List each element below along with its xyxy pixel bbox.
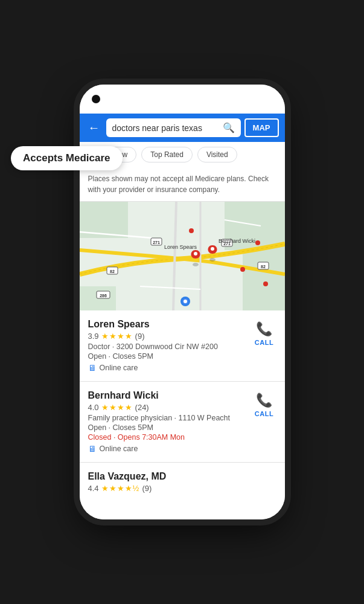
review-count: (9) [142,484,152,493]
monitor-icon: 🖥 [88,363,97,373]
accepts-medicare-pill[interactable]: Accepts Medicare [11,146,123,170]
svg-text:Loren Spears: Loren Spears [164,244,197,250]
result-name-ella-vazquez[interactable]: Ella Vazquez, MD [88,471,276,482]
call-label: CALL [255,339,273,346]
rating-number: 4.4 [88,484,99,493]
svg-rect-3 [243,250,285,310]
result-rating-ella-vazquez: 4.4 ★★★★½ (9) [88,484,276,493]
map-area[interactable]: 82 271 271 82 286 [80,202,285,310]
filter-visited[interactable]: Visited [197,147,237,162]
review-count: (9) [135,332,145,341]
phone-icon: 📞 [256,393,272,408]
result-closed-text: Closed · Opens 7:30AM Mon [88,433,246,442]
rating-number: 4.0 [88,403,99,412]
online-care-text: Online care [100,445,138,453]
svg-text:82: 82 [261,265,266,269]
result-rating-loren-spears: 3.9 ★★★★ (9) [88,332,246,341]
back-button[interactable]: ← [86,118,103,137]
online-care-row: 🖥 Online care [88,363,246,373]
filter-top-rated[interactable]: Top Rated [141,147,193,162]
star-icons: ★★★★½ [101,484,140,493]
result-detail-hours: Open · Closes 5PM [88,352,246,361]
svg-text:286: 286 [100,294,107,298]
star-icons: ★★★★ [101,403,133,412]
online-care-text: Online care [100,364,138,372]
svg-text:271: 271 [153,240,160,245]
svg-text:Bernhard Wicki: Bernhard Wicki [219,238,255,244]
svg-point-27 [184,300,187,303]
phone-icon: 📞 [256,321,272,337]
result-detail-address: Doctor · 3200 Downwood Cir NW #200 [88,342,246,351]
review-count: (24) [135,403,149,412]
result-item-loren-spears: Loren Spears 3.9 ★★★★ (9) Doctor · 3200 … [80,310,285,382]
svg-point-20 [194,252,197,255]
call-button-bernhard-wicki[interactable]: 📞 CALL [252,390,276,420]
online-care-row: 🖥 Online care [88,444,246,454]
result-detail-specialty: Family practice physician · 1110 W Peach… [88,414,246,422]
result-info-bernhard-wicki: Bernhard Wicki 4.0 ★★★★ (24) Family prac… [88,390,246,454]
medicare-notice: Places shown may not accept all Medicare… [80,167,285,202]
search-query-text: doctors near paris texas [112,123,219,133]
svg-text:82: 82 [110,269,115,274]
call-button-loren-spears[interactable]: 📞 CALL [252,319,276,349]
result-name-loren-spears[interactable]: Loren Spears [88,319,246,330]
result-info-loren-spears: Loren Spears 3.9 ★★★★ (9) Doctor · 3200 … [88,319,246,373]
result-rating-bernhard-wicki: 4.0 ★★★★ (24) [88,403,246,412]
phone-top-bar [80,85,285,114]
results-list: Loren Spears 3.9 ★★★★ (9) Doctor · 3200 … [80,310,285,519]
svg-point-19 [193,263,199,266]
monitor-icon: 🖥 [88,444,97,454]
star-icons: ★★★★ [101,332,133,341]
result-name-bernhard-wicki[interactable]: Bernhard Wicki [88,390,246,401]
svg-point-22 [211,247,214,251]
result-detail-hours: Open · Closes 5PM [88,423,246,432]
svg-point-18 [255,240,260,245]
search-input-area[interactable]: doctors near paris texas 🔍 [106,118,241,137]
svg-point-16 [240,267,245,272]
result-item-bernhard-wicki: Bernhard Wicki 4.0 ★★★★ (24) Family prac… [80,382,285,463]
camera-dot [92,95,100,103]
rating-number: 3.9 [88,332,99,341]
svg-point-15 [189,228,194,233]
result-item-ella-vazquez: Ella Vazquez, MD 4.4 ★★★★½ (9) [80,463,285,493]
search-bar: ← doctors near paris texas 🔍 MAP [80,114,285,142]
scene: Accepts Medicare ← doctors near paris te… [0,0,364,604]
call-label: CALL [255,410,273,417]
svg-point-17 [263,281,268,286]
search-icon: 🔍 [223,122,235,133]
svg-point-21 [209,258,216,262]
map-button[interactable]: MAP [244,118,279,137]
